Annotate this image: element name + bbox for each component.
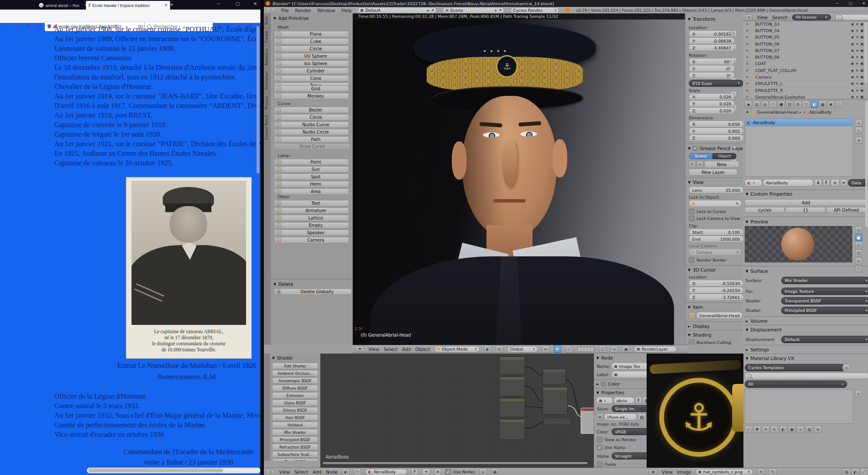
viewport-shading-icon[interactable]: ◐ (484, 345, 491, 353)
matlib-flush-icon[interactable]: ▣ (788, 426, 796, 433)
add-mesh-button[interactable]: Cylinder (274, 68, 349, 74)
renderability-icon[interactable]: ▣ (860, 22, 864, 26)
manipulator-scale-icon[interactable]: ⤢ (566, 345, 573, 353)
outliner-row[interactable]: ⊕ ▽ COAT ◉ ➤ ▣ (743, 61, 868, 67)
pin-icon[interactable]: ✦ (746, 110, 749, 115)
location-z-field[interactable]: Z:4.40847 (689, 44, 735, 51)
local-camera-field[interactable]: ◉Camera✕ (689, 249, 742, 256)
matlib-link-icon[interactable]: ∞ (797, 426, 804, 433)
shader1-dropdown[interactable]: Transparent BSDF▾ (781, 297, 868, 305)
expand-icon[interactable]: ⊕ (746, 22, 749, 26)
object-name[interactable]: BUTTON_05 (755, 35, 779, 39)
object-name[interactable]: BUTTON_07 (755, 48, 779, 53)
outliner-row[interactable]: ⊕ ▽ BUTTON_03 ◉ ➤ ▣ (743, 21, 868, 27)
new-material-button[interactable]: + (831, 179, 839, 187)
scrollbar-thumb[interactable] (89, 468, 223, 472)
shader-type-icon[interactable]: ◐ (342, 468, 349, 475)
add-curve-button[interactable]: Nurbs Circle (274, 129, 349, 135)
paint-mode-icon[interactable]: ✎ (769, 468, 776, 475)
dim-x-field[interactable]: X:0.656 (689, 121, 743, 128)
menu-add[interactable]: Add (402, 347, 411, 352)
visibility-eye-icon[interactable]: ◉ (851, 35, 854, 39)
outliner-row[interactable]: ⊕ ▽ EPAULETTE_R ◉ ➤ ▣ (743, 87, 868, 94)
scrollbar-thumb[interactable] (323, 462, 588, 464)
add-shader-button[interactable]: Add Shader (272, 363, 318, 369)
menu-object[interactable]: Object (415, 347, 430, 352)
mode-selector[interactable]: ⬢ Object Mode ⇕ (434, 346, 480, 352)
snap-icon[interactable]: ∪ (480, 468, 487, 475)
expand-icon[interactable]: ⊕ (746, 29, 749, 33)
expand-icon[interactable]: ⊕ (746, 49, 749, 52)
scene-selector[interactable]: ◍ Scene + ✕ (443, 7, 504, 13)
add-curve-button[interactable]: Path (274, 136, 349, 143)
add-shader-button[interactable]: Holdout (272, 422, 318, 428)
add-mesh-button[interactable]: UV Sphere (274, 53, 349, 59)
manipulator-translate-icon[interactable]: ↔ (542, 345, 549, 353)
add-mesh-button[interactable]: Cone (274, 75, 349, 82)
renderability-icon[interactable]: ▣ (860, 29, 864, 33)
use-nodes-row[interactable]: ✓Use Nodes (445, 469, 475, 475)
expand-icon[interactable]: ⊕ (746, 95, 749, 99)
matlib-folder-icon[interactable]: ▤ (806, 426, 813, 433)
renderability-icon[interactable]: ▣ (860, 82, 864, 85)
image-path-field[interactable]: //fuse-ex... (604, 413, 637, 420)
tab-modifiers-icon[interactable]: ⚙ (794, 101, 802, 108)
clip-end-field[interactable]: End:1000.000 (689, 236, 743, 242)
editor-type-icon[interactable]: ▦ (649, 469, 658, 475)
node-hscrollbar[interactable] (322, 461, 590, 465)
shader-node[interactable] (499, 357, 525, 375)
add-lamp-button[interactable]: ☀Spot (274, 174, 349, 180)
menu-help[interactable]: Help (341, 8, 352, 13)
render-still-icon[interactable]: ▣ (622, 345, 630, 353)
shader-node[interactable] (499, 398, 525, 417)
lock-to-cursor-row[interactable]: Lock to Cursor (689, 209, 726, 214)
selectability-icon[interactable]: ➤ (856, 88, 859, 92)
checkbox[interactable] (689, 257, 694, 263)
screen-layout-selector[interactable]: ▦ Default + ✕ (358, 7, 437, 13)
visibility-eye-icon[interactable]: ◉ (851, 42, 854, 46)
clear-icon[interactable]: ✕ (736, 250, 739, 254)
gp-checkbox[interactable]: ✓ (693, 146, 697, 151)
object-name[interactable]: EPAULETTE_L (755, 81, 783, 86)
shader-panel-header[interactable]: ▼Shader (272, 355, 293, 360)
add-shader-button[interactable]: Glass BSDF (272, 400, 318, 406)
add-lamp-button[interactable]: ☀Point (274, 159, 349, 165)
tab-texture-icon[interactable]: ▦ (819, 101, 826, 108)
cursor-panel-header[interactable]: ▼3D Cursor (688, 267, 716, 272)
gp-new-layer-button[interactable]: New Layer (689, 169, 737, 176)
display-icon[interactable]: ◐ (852, 468, 859, 475)
matlib-category-dropdown[interactable]: All⇕ (745, 380, 847, 388)
prop-edit[interactable]: API Defined (826, 207, 866, 213)
image-editor-canvas[interactable]: ⚓ (647, 354, 743, 468)
add-shader-button[interactable]: Hair BSDF (272, 414, 318, 421)
outliner-row[interactable]: ⊕ ▽ BUTTON_06 ◉ ➤ ▣ (743, 41, 868, 47)
material-slot-selected[interactable]: ◐ AbrialBody (745, 119, 853, 126)
add-primitive-header[interactable]: ▼ Add Primitive (273, 16, 309, 21)
matlib-settings-icon[interactable]: ≡ (814, 426, 822, 433)
displacement-dropdown[interactable]: Default▾ (781, 336, 868, 343)
snap-mode-icon[interactable]: ▦ (491, 468, 499, 475)
open-image-icon[interactable]: ▤ (638, 413, 646, 420)
tab-material-icon[interactable]: ◐ (811, 101, 818, 108)
unlink-button[interactable]: ✕ (434, 468, 441, 475)
preview-flat-icon[interactable]: ▭ (855, 226, 862, 233)
expand-icon[interactable]: ⊕ (746, 82, 749, 85)
outliner-row[interactable]: ⊕ ▽ BUTTON_05 ◉ ➤ ▣ (743, 34, 868, 41)
add-slot-icon[interactable]: + (855, 119, 862, 127)
custom-properties-header[interactable]: ▼Custom Properties (746, 191, 792, 197)
visibility-eye-icon[interactable]: ◉ (851, 95, 854, 99)
renderability-icon[interactable]: ▣ (860, 55, 864, 59)
layers-grid[interactable] (577, 347, 595, 352)
scale-z-field[interactable]: Z:0.026 (689, 107, 735, 114)
lock-x-icon[interactable] (730, 30, 737, 37)
object-name[interactable]: Camera (756, 75, 772, 79)
rotation-y-field[interactable]: Y:-0° (689, 65, 735, 72)
renderability-icon[interactable]: ▣ (860, 75, 864, 79)
add-mesh-button[interactable]: Cube (274, 38, 349, 45)
displacement-header[interactable]: ▼Displacement (746, 327, 782, 332)
checkbox[interactable] (689, 216, 694, 221)
expand-icon[interactable]: ⊕ (746, 75, 749, 79)
dim-z-field[interactable]: Z:0.669 (689, 134, 743, 141)
expand-icon[interactable]: ⊕ (746, 55, 749, 59)
menu-render[interactable]: Render (295, 8, 311, 13)
